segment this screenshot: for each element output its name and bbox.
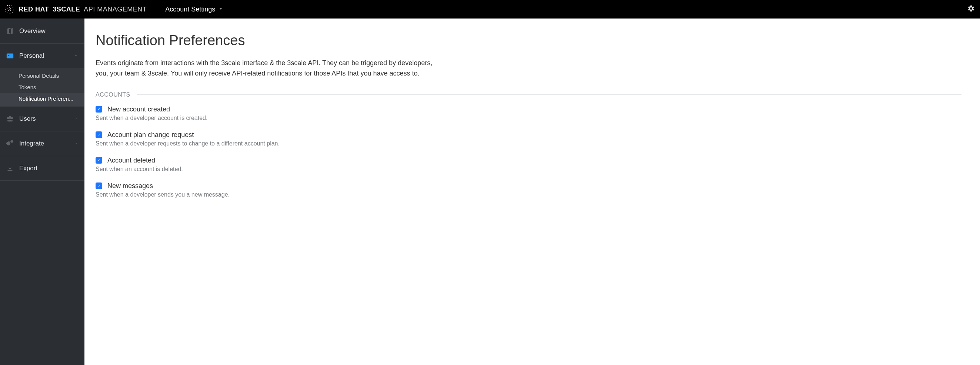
map-icon: [6, 27, 14, 35]
pref-title: Account plan change request: [107, 131, 194, 139]
redhat-logo-icon: [4, 4, 15, 15]
chevron-down-icon: [218, 6, 223, 13]
svg-point-13: [10, 8, 11, 9]
pref-new-messages: New messages Sent when a developer sends…: [95, 182, 961, 198]
sidebar-item-overview[interactable]: Overview: [0, 19, 84, 43]
sidebar-item-personal[interactable]: Personal: [0, 43, 84, 68]
svg-rect-23: [10, 56, 12, 56]
pref-new-account-created: New account created Sent when a develope…: [95, 105, 961, 121]
svg-point-10: [6, 7, 6, 7]
sidebar-item-label: Export: [19, 165, 78, 172]
chevron-right-icon: [75, 141, 78, 147]
logo-text: RED HAT 3SCALE API MANAGEMENT: [19, 6, 147, 13]
sidebar-sub-personal: Personal Details Tokens Notification Pre…: [0, 68, 84, 106]
sidebar-item-label: Overview: [19, 27, 78, 35]
gears-icon: [6, 140, 14, 148]
checkbox-account-plan-change-request[interactable]: [95, 132, 102, 138]
section-divider-line: [137, 94, 961, 95]
users-icon: [6, 115, 14, 123]
sidebar-item-label: Users: [19, 115, 69, 122]
svg-point-16: [7, 8, 8, 9]
svg-point-4: [13, 10, 14, 10]
pref-account-plan-change-request: Account plan change request Sent when a …: [95, 131, 961, 147]
svg-point-9: [5, 9, 6, 10]
svg-point-8: [6, 11, 6, 12]
svg-point-7: [7, 13, 8, 13]
topbar: RED HAT 3SCALE API MANAGEMENT Account Se…: [0, 0, 980, 19]
brand-3scale: 3SCALE: [52, 6, 80, 13]
svg-rect-22: [10, 55, 13, 55]
account-settings-dropdown[interactable]: Account Settings: [165, 6, 223, 13]
section-accounts-header: ACCOUNTS: [95, 91, 961, 98]
sidebar-sub-tokens[interactable]: Tokens: [0, 81, 84, 93]
svg-point-14: [10, 10, 11, 11]
pref-title: New messages: [107, 182, 153, 190]
sidebar-item-label: Integrate: [19, 140, 69, 148]
pref-desc: Sent when a developer account is created…: [95, 115, 961, 121]
svg-point-19: [10, 9, 10, 9]
checkbox-new-messages[interactable]: [95, 182, 102, 189]
sidebar-sub-notification-preferences[interactable]: Notification Preferen...: [0, 93, 84, 106]
svg-point-1: [9, 5, 10, 6]
svg-point-18: [8, 8, 8, 8]
download-icon: [6, 164, 14, 173]
page-intro: Events originate from interactions with …: [95, 58, 444, 79]
main-content: Notification Preferences Events originat…: [84, 19, 980, 365]
checkbox-new-account-created[interactable]: [95, 106, 102, 113]
svg-point-17: [9, 9, 10, 10]
pref-desc: Sent when a developer requests to change…: [95, 140, 961, 147]
pref-desc: Sent when a developer sends you a new me…: [95, 191, 961, 198]
id-card-icon: [6, 52, 14, 60]
logo[interactable]: RED HAT 3SCALE API MANAGEMENT: [4, 4, 147, 15]
svg-point-3: [13, 7, 13, 8]
svg-point-11: [7, 5, 8, 6]
sidebar-item-export[interactable]: Export: [0, 156, 84, 181]
svg-point-15: [8, 10, 9, 11]
pref-account-deleted: Account deleted Sent when an account is …: [95, 157, 961, 173]
brand-apimgmt: API MANAGEMENT: [84, 6, 147, 13]
sidebar-sub-personal-details[interactable]: Personal Details: [0, 68, 84, 81]
checkbox-account-deleted[interactable]: [95, 157, 102, 163]
sidebar-item-label: Personal: [19, 52, 68, 60]
chevron-down-icon: [74, 53, 78, 59]
settings-button[interactable]: [967, 5, 975, 14]
account-settings-label: Account Settings: [165, 6, 215, 13]
pref-title: Account deleted: [107, 157, 155, 164]
svg-rect-20: [7, 54, 13, 59]
page-title: Notification Preferences: [95, 33, 961, 49]
sidebar-item-users[interactable]: Users: [0, 106, 84, 131]
sidebar: Overview Personal Personal Details Token…: [0, 19, 84, 365]
pref-desc: Sent when an account is deleted.: [95, 166, 961, 173]
chevron-right-icon: [75, 116, 78, 122]
sidebar-item-integrate[interactable]: Integrate: [0, 131, 84, 156]
svg-point-21: [8, 55, 9, 56]
gear-icon: [967, 7, 975, 13]
pref-title: New account created: [107, 105, 170, 113]
svg-point-2: [11, 6, 12, 6]
svg-point-5: [12, 12, 13, 13]
brand-redhat: RED HAT: [19, 6, 49, 13]
svg-point-12: [9, 7, 10, 8]
svg-point-6: [10, 13, 10, 14]
section-label: ACCOUNTS: [95, 91, 130, 98]
